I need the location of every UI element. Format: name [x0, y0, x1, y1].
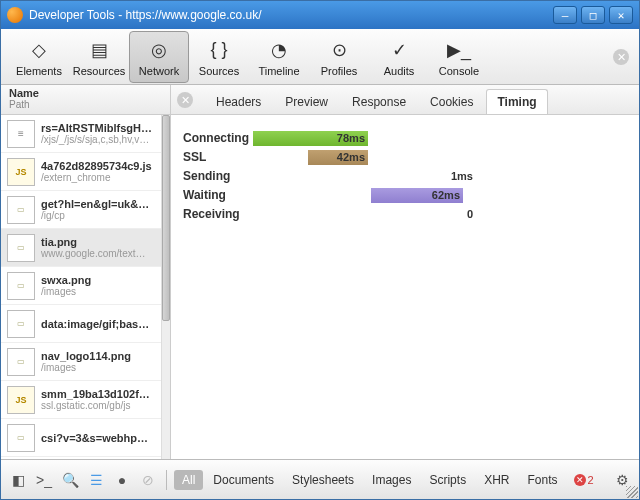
console-toggle-icon[interactable]: >_	[33, 469, 55, 491]
close-details-icon[interactable]: ✕	[177, 92, 193, 108]
tab-preview[interactable]: Preview	[274, 89, 339, 114]
resize-grip-icon[interactable]	[626, 486, 638, 498]
file-row[interactable]: ▭nav_logo114.png/images	[1, 343, 161, 381]
tab-headers[interactable]: Headers	[205, 89, 272, 114]
file-row[interactable]: ▭get?hl=en&gl=uk&a…/ig/cp	[1, 191, 161, 229]
maximize-button[interactable]: □	[581, 6, 605, 24]
filter-documents[interactable]: Documents	[205, 470, 282, 490]
timing-bar: 42ms	[308, 150, 368, 165]
file-row[interactable]: JS4a762d82895734c9.js/extern_chrome	[1, 153, 161, 191]
tool-audits[interactable]: ✓Audits	[369, 31, 429, 83]
close-panel-icon[interactable]: ✕	[613, 49, 629, 65]
clear-icon[interactable]: ⊘	[137, 469, 159, 491]
error-count[interactable]: ✕ 2	[574, 474, 594, 486]
tab-response[interactable]: Response	[341, 89, 417, 114]
file-thumb-icon: ▭	[7, 272, 35, 300]
tool-timeline[interactable]: ◔Timeline	[249, 31, 309, 83]
file-thumb-icon: ▭	[7, 348, 35, 376]
record-icon[interactable]: ●	[111, 469, 133, 491]
tool-resources[interactable]: ▤Resources	[69, 31, 129, 83]
filter-fonts[interactable]: Fonts	[519, 470, 565, 490]
file-row[interactable]: ▭data:image/gif;bas…	[1, 305, 161, 343]
filter-icon[interactable]: ☰	[85, 469, 107, 491]
filter-images[interactable]: Images	[364, 470, 419, 490]
tool-console[interactable]: ▶_Console	[429, 31, 489, 83]
timing-row: Connecting78ms	[183, 129, 627, 147]
search-icon[interactable]: 🔍	[59, 469, 81, 491]
network-icon: ◎	[146, 37, 172, 63]
tool-profiles[interactable]: ⊙Profiles	[309, 31, 369, 83]
file-thumb-icon: ▭	[7, 196, 35, 224]
profiles-icon: ⊙	[326, 37, 352, 63]
dock-icon[interactable]: ◧	[7, 469, 29, 491]
tool-network[interactable]: ◎Network	[129, 31, 189, 83]
resources-icon: ▤	[86, 37, 112, 63]
timing-bar: 62ms	[371, 188, 463, 203]
timing-row: Waiting62ms	[183, 186, 627, 204]
sources-icon: { }	[206, 37, 232, 63]
file-thumb-icon: ▭	[7, 234, 35, 262]
window-title: Developer Tools - https://www.google.co.…	[29, 8, 553, 22]
file-row[interactable]: JSsmm_19ba13d102fe…ssl.gstatic.com/gb/js	[1, 381, 161, 419]
file-thumb-icon: ▭	[7, 310, 35, 338]
elements-icon: ◇	[26, 37, 52, 63]
app-icon	[7, 7, 23, 23]
timing-row: Sending1ms	[183, 167, 627, 185]
timing-row: Receiving0	[183, 205, 627, 223]
filter-stylesheets[interactable]: Stylesheets	[284, 470, 362, 490]
filter-all[interactable]: All	[174, 470, 203, 490]
filter-scripts[interactable]: Scripts	[421, 470, 474, 490]
audits-icon: ✓	[386, 37, 412, 63]
timing-row: SSL42ms	[183, 148, 627, 166]
timeline-icon: ◔	[266, 37, 292, 63]
tab-timing[interactable]: Timing	[486, 89, 547, 114]
filter-xhr[interactable]: XHR	[476, 470, 517, 490]
sidebar-header[interactable]: Name Path	[1, 85, 170, 115]
tool-elements[interactable]: ◇Elements	[9, 31, 69, 83]
file-row[interactable]: ▭tia.pngwww.google.com/text…	[1, 229, 161, 267]
tool-sources[interactable]: { }Sources	[189, 31, 249, 83]
file-row[interactable]: ▭swxa.png/images	[1, 267, 161, 305]
file-row[interactable]: ≡rs=AItRSTMiblfsgHp…/xjs/_/js/s/sja,c,sb…	[1, 115, 161, 153]
file-thumb-icon: JS	[7, 158, 35, 186]
file-row[interactable]: ▭csi?v=3&s=webhp&…	[1, 419, 161, 457]
file-thumb-icon: ▭	[7, 424, 35, 452]
timing-bar: 78ms	[253, 131, 368, 146]
tab-cookies[interactable]: Cookies	[419, 89, 484, 114]
close-button[interactable]: ✕	[609, 6, 633, 24]
file-thumb-icon: JS	[7, 386, 35, 414]
minimize-button[interactable]: —	[553, 6, 577, 24]
file-thumb-icon: ≡	[7, 120, 35, 148]
console-icon: ▶_	[446, 37, 472, 63]
scrollbar[interactable]	[161, 115, 170, 459]
